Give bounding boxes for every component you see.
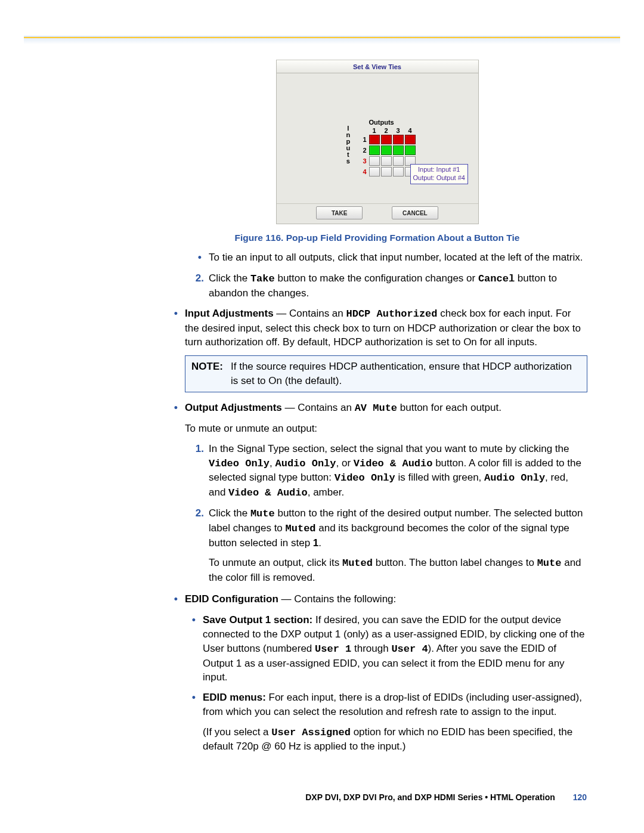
bullet-icon: • [185,690,203,719]
take-button[interactable]: TAKE [316,206,363,219]
heading: EDID Configuration [185,593,278,605]
tie-cell[interactable] [381,167,392,176]
outputs-label: Outputs [369,119,394,126]
bullet-item: • To tie an input to all outputs, click … [167,250,587,265]
tie-cell[interactable] [405,135,416,144]
matrix-row: 4 [360,166,416,177]
row-number: 2 [360,147,369,154]
step-2: 2. Click the Take button to make the con… [167,271,587,301]
step-number: 1. [191,442,209,500]
bullet-edid: • EDID Configuration — Contains the foll… [167,592,587,607]
page-top-rule [24,37,620,38]
bullet-input-adjustments: • Input Adjustments — Contains an HDCP A… [167,306,587,349]
cancel-button[interactable]: CANCEL [392,206,438,219]
matrix-row: 2 [360,145,416,156]
bullet-icon: • [191,250,209,265]
bullet-icon: • [167,306,185,349]
heading: Input Adjustments [185,308,274,319]
tie-matrix: 1 2 3 4 1234 [360,127,416,177]
tooltip-output: Output: Output #4 [413,174,465,182]
row-number: 1 [360,136,369,143]
figure-dialog: Set & View Ties Outputs I n p u t s 1 2 … [167,60,587,224]
tie-cell[interactable] [393,145,404,155]
set-view-ties-dialog: Set & View Ties Outputs I n p u t s 1 2 … [276,60,479,224]
tie-cell[interactable] [381,145,392,155]
note-text: If the source requires HDCP authenticati… [231,360,581,388]
col-header: 4 [404,127,416,134]
col-header: 3 [392,127,404,134]
dialog-title: Set & View Ties [277,60,478,73]
note-box: NOTE: If the source requires HDCP authen… [185,355,587,392]
tie-cell[interactable] [381,135,392,144]
sub-bullet-edid-menus: • EDID menus: For each input, there is a… [185,690,587,719]
dialog-body: Outputs I n p u t s 1 2 3 4 1234 Input: … [277,73,478,203]
footer-doc-title: DXP DVI, DXP DVI Pro, and DXP HDMI Serie… [305,792,555,802]
bullet-icon: • [167,401,185,416]
tie-cell[interactable] [369,167,380,176]
step-text: Click the Take button to make the config… [209,271,587,301]
mute-step-1: 1. In the Signal Type section, select th… [167,442,587,500]
tie-cell[interactable] [393,167,404,176]
footer-page-number: 120 [573,792,587,802]
step-number: 2. [191,271,209,301]
matrix-row: 3 [360,156,416,166]
tooltip-input: Input: Input #1 [413,166,465,174]
col-header: 1 [369,127,380,134]
unmute-paragraph: To unmute an output, click its Muted but… [209,556,587,585]
mute-step-2: 2. Click the Mute button to the right of… [167,506,587,550]
note-label: NOTE: [191,360,231,388]
tie-cell[interactable] [381,156,392,166]
edid-extra-paragraph: (If you select a User Assigned option fo… [203,725,587,754]
bullet-output-adjustments: • Output Adjustments — Contains an AV Mu… [167,401,587,416]
inputs-label: I n p u t s [346,125,351,165]
tie-tooltip: Input: Input #1 Output: Output #4 [410,164,468,184]
row-number: 3 [360,157,369,165]
tie-cell[interactable] [405,145,416,155]
dialog-button-row: TAKE CANCEL [277,203,478,224]
tie-cell[interactable] [393,156,404,166]
matrix-row: 1 [360,134,416,145]
tie-cell[interactable] [393,135,404,144]
tie-cell[interactable] [369,145,380,155]
tie-cell[interactable] [369,135,380,144]
page-footer: DXP DVI, DXP DVI Pro, and DXP HDMI Serie… [305,792,587,802]
sub-bullet-save-output: • Save Output 1 section: If desired, you… [185,613,587,685]
col-header: 2 [380,127,392,134]
bullet-text: To tie an input to all outputs, click th… [209,250,587,265]
row-number: 4 [360,168,369,175]
bullet-icon: • [167,592,185,607]
mute-intro: To mute or unmute an output: [185,422,587,436]
tie-cell[interactable] [369,156,380,166]
figure-caption: Figure 116. Pop-up Field Providing Forma… [167,233,587,243]
step-number: 2. [191,506,209,550]
heading: Output Adjustments [185,402,282,413]
bullet-icon: • [185,613,203,685]
